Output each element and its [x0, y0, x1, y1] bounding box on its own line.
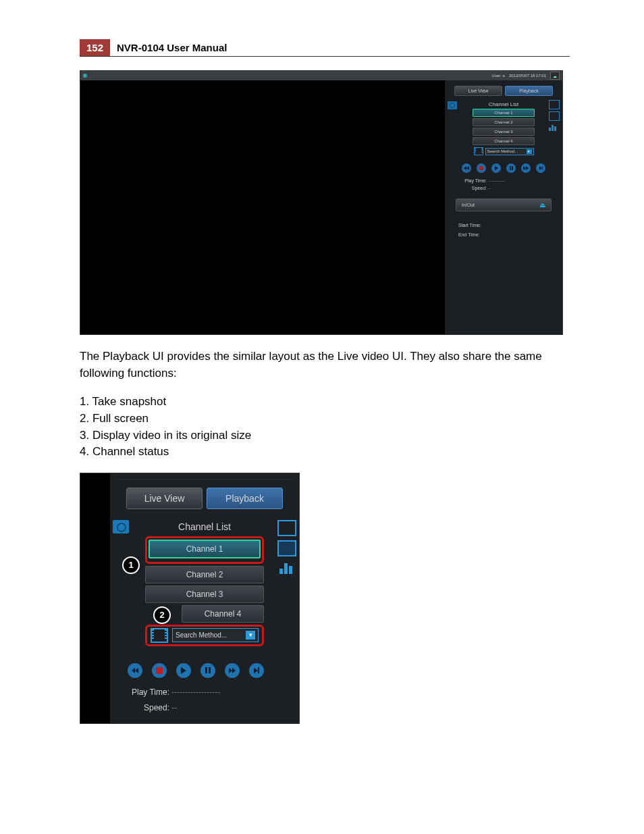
- channel-list-title: Channel List: [449, 101, 558, 107]
- highlight-box-search: Search Method... ▾: [145, 625, 264, 646]
- page-header: 152 NVR-0104 User Manual: [80, 39, 570, 57]
- dropdown-arrow-icon: ▾: [246, 631, 255, 640]
- playtime-label: Play Time:: [124, 685, 169, 700]
- list-item: 3. Display video in its original size: [80, 427, 570, 444]
- film-icon[interactable]: [474, 147, 483, 155]
- status-dot-icon: [83, 74, 87, 78]
- page-number: 152: [80, 39, 110, 56]
- app-titlebar: User: a 2012/05/07 18:17:01 ☁: [80, 71, 562, 80]
- video-edge: [80, 473, 110, 723]
- rewind-button[interactable]: [462, 163, 471, 173]
- channel-item[interactable]: Channel 1: [149, 540, 261, 558]
- fast-forward-button[interactable]: [521, 163, 531, 173]
- channel-list-title: Channel List: [115, 521, 294, 532]
- channel-item[interactable]: Channel 3: [145, 585, 264, 603]
- film-icon[interactable]: [151, 628, 168, 643]
- callout-1: 1: [122, 556, 140, 574]
- export-icon[interactable]: ⏏: [539, 201, 545, 209]
- channel-item[interactable]: Channel 4: [473, 137, 535, 145]
- speed-label: Speed:: [124, 700, 169, 716]
- pause-button[interactable]: [506, 163, 516, 173]
- layout-single-alt-icon[interactable]: [549, 111, 560, 121]
- cloud-icon[interactable]: ☁: [550, 72, 560, 80]
- stop-button[interactable]: [477, 163, 486, 173]
- datetime-label: 2012/05/07 18:17:01: [509, 74, 546, 78]
- layout-single-alt-icon[interactable]: [277, 540, 296, 556]
- rewind-button[interactable]: [128, 663, 142, 678]
- end-time-label: End Time:: [458, 230, 549, 240]
- skip-next-button[interactable]: [249, 663, 264, 678]
- playtime-label: Play Time:: [456, 177, 487, 184]
- top-ruler: [115, 473, 294, 479]
- channel-item[interactable]: Channel 2: [473, 118, 535, 126]
- snapshot-camera-icon[interactable]: [448, 101, 457, 109]
- fast-forward-button[interactable]: [225, 663, 240, 678]
- tab-playback[interactable]: Playback: [505, 86, 553, 96]
- side-panel: Live View Playback Channel List Channel: [445, 80, 562, 334]
- body-paragraph: The Playback UI provides the similar lay…: [80, 348, 570, 382]
- tab-live-view[interactable]: Live View: [126, 488, 203, 509]
- in-out-button[interactable]: In/Out ⏏: [456, 199, 552, 211]
- list-item: 1. Take snapshot: [80, 394, 570, 411]
- user-label: User: a: [492, 74, 505, 78]
- screenshot-playback-full: User: a 2012/05/07 18:17:01 ☁ Live View …: [80, 70, 563, 335]
- pause-button[interactable]: [200, 663, 215, 678]
- search-method-label: Search Method...: [487, 149, 518, 153]
- layout-single-icon[interactable]: [549, 100, 560, 109]
- layout-single-icon[interactable]: [277, 520, 296, 536]
- search-method-dropdown[interactable]: Search Method... ▾: [485, 148, 534, 155]
- list-item: 2. Full screen: [80, 411, 570, 427]
- tab-live-view[interactable]: Live View: [454, 86, 502, 96]
- list-item: 4. Channel status: [80, 444, 570, 461]
- manual-title: NVR-0104 User Manual: [110, 42, 227, 53]
- search-method-label: Search Method...: [176, 631, 227, 639]
- function-list: 1. Take snapshot 2. Full screen 3. Displ…: [80, 394, 570, 461]
- play-button[interactable]: [491, 163, 501, 173]
- channel-item[interactable]: Channel 4: [182, 605, 264, 623]
- playtime-value: -----------: [488, 178, 506, 183]
- callout-2: 2: [153, 606, 171, 624]
- in-out-label: In/Out: [462, 203, 475, 207]
- start-time-label: Start Time:: [458, 221, 549, 230]
- screenshot-panel-zoom: Live View Playback Channel List 1 Channe…: [80, 473, 300, 724]
- channel-status-icon[interactable]: [277, 561, 294, 574]
- channel-item[interactable]: Channel 2: [145, 566, 264, 583]
- speed-value: --: [488, 186, 491, 190]
- highlight-box-channel1: Channel 1: [145, 536, 264, 564]
- speed-label: Speed:: [456, 184, 487, 192]
- playtime-value: ------------------: [171, 687, 220, 697]
- speed-value: --: [171, 703, 177, 712]
- play-button[interactable]: [176, 663, 191, 678]
- snapshot-camera-icon[interactable]: [113, 520, 129, 533]
- stop-button[interactable]: [152, 663, 167, 678]
- video-viewport[interactable]: [80, 80, 445, 334]
- dropdown-arrow-icon: ▾: [527, 149, 532, 154]
- skip-next-button[interactable]: [536, 163, 545, 173]
- channel-item[interactable]: Channel 1: [473, 109, 535, 117]
- tab-playback[interactable]: Playback: [207, 488, 283, 509]
- search-method-dropdown[interactable]: Search Method... ▾: [172, 628, 259, 642]
- channel-item[interactable]: Channel 3: [473, 128, 535, 136]
- channel-status-icon[interactable]: [549, 123, 558, 131]
